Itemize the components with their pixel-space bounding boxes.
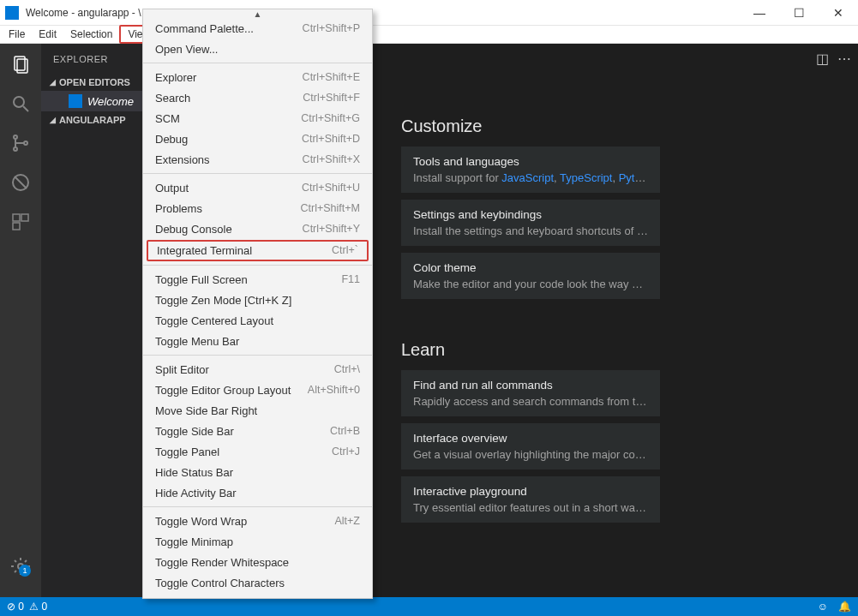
menu-item-toggle-render-whitespace[interactable]: Toggle Render Whitespace	[143, 552, 372, 572]
menu-item-label: Toggle Centered Layout	[155, 314, 273, 327]
menu-item-scm[interactable]: SCMCtrl+Shift+G	[143, 108, 372, 129]
menu-item-output[interactable]: OutputCtrl+Shift+U	[143, 177, 372, 198]
sidebar-file-label: Welcome	[87, 95, 134, 108]
menu-item-hide-activity-bar[interactable]: Hide Activity Bar	[143, 482, 372, 503]
menu-item-command-palette[interactable]: Command Palette...Ctrl+Shift+P	[143, 18, 372, 39]
menu-item-extensions[interactable]: ExtensionsCtrl+Shift+X	[143, 149, 372, 170]
menu-item-toggle-word-wrap[interactable]: Toggle Word WrapAlt+Z	[143, 511, 372, 531]
debug-icon[interactable]	[7, 169, 34, 196]
menu-item-label: Toggle Control Characters	[155, 577, 285, 589]
svg-rect-13	[69, 94, 82, 108]
menu-item-shortcut: Alt+Z	[334, 515, 360, 528]
menubar-item-selection[interactable]: Selection	[63, 27, 119, 42]
menu-item-search[interactable]: SearchCtrl+Shift+F	[143, 87, 372, 108]
menubar: FileEditSelectionView	[0, 26, 858, 44]
menu-item-integrated-terminal[interactable]: Integrated TerminalCtrl+`	[147, 240, 369, 261]
menu-item-debug-console[interactable]: Debug ConsoleCtrl+Shift+Y	[143, 218, 372, 239]
menu-item-label: Debug	[155, 133, 188, 146]
svg-point-6	[24, 141, 27, 145]
menu-item-toggle-zen-mode-ctrl-k-z[interactable]: Toggle Zen Mode [Ctrl+K Z]	[143, 290, 372, 310]
card-tools-title: Tools and languages	[413, 155, 648, 168]
svg-rect-11	[13, 223, 20, 230]
link-typescript[interactable]: TypeScript	[560, 171, 612, 184]
card-overview[interactable]: Interface overview Get a visual overlay …	[401, 423, 660, 469]
menu-item-toggle-minimap[interactable]: Toggle Minimap	[143, 531, 372, 552]
menu-item-label: Toggle Menu Bar	[155, 335, 239, 348]
menu-item-toggle-side-bar[interactable]: Toggle Side BarCtrl+B	[143, 421, 372, 441]
menu-item-problems[interactable]: ProblemsCtrl+Shift+M	[143, 198, 372, 218]
open-editors-label: OPEN EDITORS	[59, 77, 130, 87]
menu-separator	[143, 173, 372, 174]
menu-item-label: Integrated Terminal	[157, 244, 252, 257]
split-editor-icon[interactable]: ◫	[816, 51, 829, 67]
menu-item-label: Search	[155, 92, 190, 105]
menu-item-toggle-centered-layout[interactable]: Toggle Centered Layout	[143, 310, 372, 331]
card-theme[interactable]: Color theme Make the editor and your cod…	[401, 253, 660, 299]
search-icon[interactable]	[7, 90, 34, 117]
menu-item-shortcut: Ctrl+Shift+M	[301, 202, 360, 215]
notifications-icon[interactable]: 🔔	[838, 601, 851, 613]
svg-line-3	[23, 106, 28, 111]
card-tools[interactable]: Tools and languages Install support for …	[401, 147, 660, 193]
git-icon[interactable]	[7, 129, 34, 157]
menu-item-toggle-panel[interactable]: Toggle PanelCtrl+J	[143, 441, 372, 462]
menu-item-explorer[interactable]: ExplorerCtrl+Shift+E	[143, 67, 372, 87]
card-commands-title: Find and run all commands	[413, 379, 648, 392]
menu-item-debug[interactable]: DebugCtrl+Shift+D	[143, 129, 372, 149]
project-label: ANGULARAPP	[59, 115, 126, 125]
menu-item-label: Toggle Side Bar	[155, 425, 234, 438]
vscode-icon	[5, 6, 19, 20]
menu-item-shortcut: Ctrl+`	[332, 244, 358, 257]
card-overview-desc: Get a visual overlay highlighting the ma…	[413, 448, 648, 461]
status-errors[interactable]: ⊘ 0	[7, 601, 24, 613]
window-controls: — ☐ ✕	[740, 0, 858, 26]
dropdown-scroll-up-icon[interactable]: ▲	[143, 9, 372, 18]
vscode-file-icon	[69, 94, 82, 108]
menu-separator	[143, 355, 372, 356]
view-menu-dropdown: ▲ Command Palette...Ctrl+Shift+POpen Vie…	[142, 9, 373, 599]
menu-separator	[143, 265, 372, 266]
menu-item-label: SCM	[155, 112, 180, 125]
menu-item-split-editor[interactable]: Split EditorCtrl+\	[143, 359, 372, 380]
card-overview-title: Interface overview	[413, 432, 648, 445]
menu-item-hide-status-bar[interactable]: Hide Status Bar	[143, 462, 372, 482]
status-warnings[interactable]: ⚠ 0	[29, 601, 47, 613]
menu-item-toggle-editor-group-layout[interactable]: Toggle Editor Group LayoutAlt+Shift+0	[143, 380, 372, 400]
menu-item-move-side-bar-right[interactable]: Move Side Bar Right	[143, 400, 372, 421]
minimize-button[interactable]: —	[740, 0, 779, 26]
menu-item-label: Toggle Zen Mode [Ctrl+K Z]	[155, 294, 291, 307]
card-playground[interactable]: Interactive playground Try essential edi…	[401, 476, 660, 523]
close-button[interactable]: ✕	[819, 0, 858, 26]
card-commands[interactable]: Find and run all commands Rapidly access…	[401, 370, 660, 416]
menubar-item-file[interactable]: File	[2, 27, 32, 42]
titlebar: Welcome - angularapp - \ — ☐ ✕	[0, 0, 858, 26]
menu-item-label: Split Editor	[155, 363, 209, 376]
menu-item-label: Toggle Full Screen	[155, 273, 248, 286]
menu-item-open-view[interactable]: Open View...	[143, 39, 372, 59]
maximize-button[interactable]: ☐	[779, 0, 819, 26]
card-settings[interactable]: Settings and keybindings Install the set…	[401, 200, 660, 246]
extensions-icon[interactable]	[7, 208, 34, 236]
svg-line-8	[15, 176, 27, 188]
card-commands-desc: Rapidly access and search commands from …	[413, 395, 648, 408]
card-theme-desc: Make the editor and your code look the w…	[413, 278, 648, 290]
menu-item-toggle-control-characters[interactable]: Toggle Control Characters	[143, 572, 372, 593]
menu-separator	[143, 63, 372, 63]
svg-point-4	[14, 135, 17, 139]
menu-item-toggle-full-screen[interactable]: Toggle Full ScreenF11	[143, 269, 372, 290]
menu-item-label: Toggle Word Wrap	[155, 515, 247, 528]
explorer-icon[interactable]	[7, 51, 34, 78]
feedback-icon[interactable]: ☺	[818, 601, 828, 613]
settings-icon[interactable]: 1	[7, 553, 34, 580]
menu-item-toggle-menu-bar[interactable]: Toggle Menu Bar	[143, 331, 372, 351]
card-settings-title: Settings and keybindings	[413, 208, 648, 221]
svg-point-2	[14, 97, 24, 107]
link-javascript[interactable]: JavaScript	[501, 171, 554, 184]
window-title: Welcome - angularapp - \	[26, 7, 740, 19]
more-actions-icon[interactable]: ⋯	[837, 51, 851, 67]
menubar-item-edit[interactable]: Edit	[32, 27, 63, 42]
link-python[interactable]: Python	[619, 171, 648, 184]
card-tools-desc: Install support for JavaScript, TypeScri…	[413, 171, 648, 184]
menu-item-label: Command Palette...	[155, 22, 254, 35]
menu-item-label: Hide Status Bar	[155, 466, 233, 479]
